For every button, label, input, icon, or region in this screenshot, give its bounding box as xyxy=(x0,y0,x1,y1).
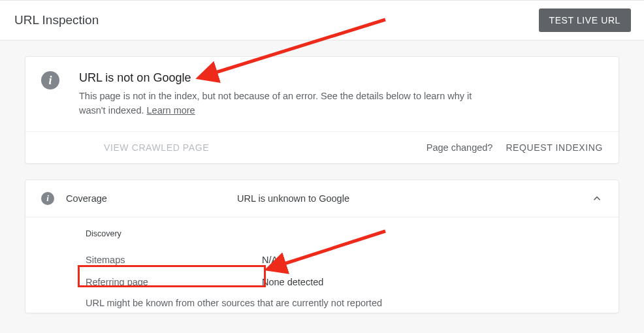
page-changed-label: Page changed? xyxy=(427,142,493,153)
request-indexing-button[interactable]: REQUEST INDEXING xyxy=(506,142,603,153)
coverage-header[interactable]: i Coverage URL is unknown to Google xyxy=(25,180,619,217)
status-description: This page is not in the index, but not b… xyxy=(79,89,484,118)
discovery-note: URL might be known from other sources th… xyxy=(86,293,603,313)
discovery-row-sitemaps: Sitemaps N/A xyxy=(86,249,603,271)
status-card: i URL is not on Google This page is not … xyxy=(25,56,619,164)
status-description-text: This page is not in the index, but not b… xyxy=(79,91,472,116)
discovery-row-referring: Referring page None detected xyxy=(86,271,603,293)
status-footer-right: Page changed? REQUEST INDEXING xyxy=(427,142,603,153)
view-crawled-page-button: VIEW CRAWLED PAGE xyxy=(104,142,209,153)
chevron-up-icon xyxy=(591,193,603,204)
coverage-card: i Coverage URL is unknown to Google Disc… xyxy=(25,180,619,313)
status-text-col: URL is not on Google This page is not in… xyxy=(79,71,603,118)
info-icon: i xyxy=(41,192,54,205)
content-area: i URL is not on Google This page is not … xyxy=(0,40,644,313)
row-value: N/A xyxy=(262,255,278,265)
test-live-url-button[interactable]: TEST LIVE URL xyxy=(539,8,631,32)
coverage-body: Discovery Sitemaps N/A Referring page No… xyxy=(25,217,619,313)
row-key: Sitemaps xyxy=(86,255,262,265)
status-title: URL is not on Google xyxy=(79,71,603,85)
info-icon: i xyxy=(41,71,59,89)
coverage-label: Coverage xyxy=(66,193,237,204)
row-key: Referring page xyxy=(86,277,262,287)
discovery-heading: Discovery xyxy=(86,229,603,238)
learn-more-link[interactable]: Learn more xyxy=(147,105,195,116)
status-card-main: i URL is not on Google This page is not … xyxy=(25,57,619,132)
coverage-status: URL is unknown to Google xyxy=(237,193,591,204)
page-title: URL Inspection xyxy=(14,13,99,27)
page-header: URL Inspection TEST LIVE URL xyxy=(0,0,644,40)
status-card-footer: VIEW CRAWLED PAGE Page changed? REQUEST … xyxy=(25,132,619,163)
row-value: None detected xyxy=(262,277,323,287)
